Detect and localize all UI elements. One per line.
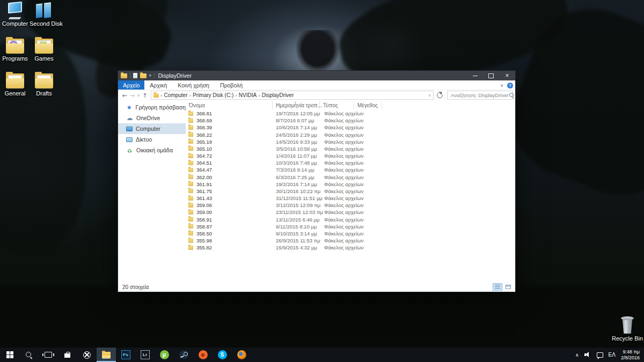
volume-icon[interactable]: [584, 352, 591, 358]
folder-icon: [33, 72, 55, 90]
taskbar-file-explorer[interactable]: [97, 348, 116, 362]
column-header-type[interactable]: Τύπος: [320, 101, 354, 109]
help-icon[interactable]: ?: [507, 83, 513, 88]
file-row[interactable]: 359.063/12/2015 12:09 πμΦάκελος αρχείων: [118, 202, 515, 209]
taskbar-orange-app[interactable]: [193, 348, 213, 362]
store-icon: [64, 352, 71, 358]
window-title: DisplayDriver: [158, 72, 192, 79]
desktop-icon-drafts[interactable]: Drafts: [30, 72, 58, 107]
desktop-icon-label: Games: [30, 55, 58, 62]
menu-tab-share[interactable]: Κοινή χρήση: [172, 80, 215, 90]
file-name: 358.50: [196, 231, 212, 237]
window-controls: ×: [467, 71, 515, 80]
taskbar-skype[interactable]: S: [213, 348, 232, 362]
file-row[interactable]: 368.698/7/2016 6:07 μμΦάκελος αρχείων: [118, 117, 515, 124]
address-box[interactable]: › Computer›Primary Disk (C:)›NVIDIA›Disp…: [151, 91, 434, 100]
desktop-icon-recycle-bin[interactable]: Recycle Bin: [612, 315, 643, 342]
address-dropdown-icon[interactable]: ∨: [428, 93, 431, 98]
desktop-icon-second-disk[interactable]: Second Disk: [30, 2, 58, 37]
file-date: 13/11/2015 6:46 μμ: [276, 217, 320, 223]
forward-button[interactable]: →: [128, 92, 136, 99]
thumbnails-view-button[interactable]: [503, 283, 513, 291]
file-row[interactable]: 358.876/11/2015 8:10 μμΦάκελος αρχείων: [118, 223, 515, 230]
column-header-date[interactable]: ∨Ημερομηνία τροπ...: [273, 101, 320, 109]
details-view-button[interactable]: [493, 283, 502, 291]
file-date: 8/7/2016 6:07 μμ: [276, 117, 314, 123]
menu-tab-home[interactable]: Αρχική: [144, 80, 172, 90]
file-row[interactable]: 361.4331/12/2015 11:51 μμΦάκελος αρχείων: [118, 195, 515, 202]
taskbar-start[interactable]: [0, 348, 19, 362]
close-button[interactable]: ×: [499, 71, 515, 80]
file-type: Φάκελος αρχείων: [324, 188, 364, 194]
menu-tab-view[interactable]: Προβολή: [215, 80, 248, 90]
maximize-button[interactable]: [483, 71, 499, 80]
folder-icon: [188, 196, 193, 201]
folder-icon: [188, 112, 193, 116]
file-row[interactable]: 359.0023/11/2015 12:03 πμΦάκελος αρχείων: [118, 209, 515, 216]
desktop-icon-general[interactable]: General: [1, 72, 30, 107]
file-type: Φάκελος αρχείων: [324, 224, 364, 230]
show-hidden-icons-chevron[interactable]: ∧: [575, 352, 579, 358]
file-row[interactable]: 364.5110/3/2016 7:48 μμΦάκελος αρχείων: [118, 159, 515, 166]
file-row[interactable]: 358.9113/11/2015 6:46 μμΦάκελος αρχείων: [118, 216, 515, 223]
folder-icon: [188, 217, 193, 221]
recent-locations-icon[interactable]: ∨: [136, 93, 141, 98]
file-row[interactable]: 368.8119/7/2016 12:05 μμΦάκελος αρχείων: [118, 110, 515, 117]
taskbar-photoshop[interactable]: Ps: [116, 348, 135, 362]
file-date: 14/5/2016 9:33 μμ: [276, 139, 317, 145]
file-row[interactable]: 364.477/3/2016 9:14 μμΦάκελος αρχείων: [118, 166, 515, 173]
taskbar-steam[interactable]: [174, 348, 193, 362]
file-row[interactable]: 355.9826/9/2015 11:53 πμΦάκελος αρχείων: [118, 237, 515, 244]
refresh-icon[interactable]: [437, 92, 443, 98]
breadcrumb-item[interactable]: Computer: [163, 92, 189, 98]
file-row[interactable]: 361.7530/1/2016 10:22 πμΦάκελος αρχείων: [118, 188, 515, 195]
breadcrumb-item[interactable]: DisplayDriver: [260, 92, 295, 98]
taskbar-firefox[interactable]: [232, 348, 251, 362]
up-button[interactable]: ↑: [141, 92, 149, 99]
back-button[interactable]: ←: [121, 92, 128, 99]
file-date: 24/5/2016 2:29 μμ: [276, 132, 317, 138]
titlebar[interactable]: ▾ DisplayDriver ×: [118, 71, 515, 80]
taskbar-lightroom[interactable]: Lr: [135, 348, 155, 362]
clock[interactable]: 9:48 πμ 2/8/2016: [621, 349, 640, 360]
customize-toolbar-icon[interactable]: ▾: [149, 73, 151, 78]
action-center-icon[interactable]: [597, 352, 603, 358]
taskbar-utorrent[interactable]: µ: [155, 348, 174, 362]
sort-descending-icon: ∨: [294, 98, 296, 106]
desktop-icon-programs[interactable]: Programs: [1, 37, 30, 72]
properties-icon[interactable]: [133, 73, 137, 78]
desktop-icon-games[interactable]: Games: [30, 37, 58, 72]
new-folder-icon[interactable]: [140, 73, 147, 78]
desktop-icon-computer[interactable]: Computer: [1, 2, 30, 37]
file-type: Φάκελος αρχείων: [324, 110, 364, 116]
desktop-icon-label: General: [1, 90, 30, 97]
file-row[interactable]: 365.103/5/2016 10:58 μμΦάκελος αρχείων: [118, 145, 515, 152]
file-row[interactable]: 368.3910/6/2016 7:14 μμΦάκελος αρχείων: [118, 124, 515, 131]
folder-icon: [188, 175, 193, 179]
status-bar: 20 στοιχεία: [118, 283, 515, 292]
breadcrumb-item[interactable]: NVIDIA: [237, 92, 258, 98]
file-date: 19/2/2016 7:14 μμ: [276, 181, 317, 187]
file-row[interactable]: 362.006/3/2016 7:25 μμΦάκελος αρχείων: [118, 174, 515, 181]
column-header-name[interactable]: Όνομα: [186, 101, 273, 109]
file-row[interactable]: 365.1914/5/2016 9:33 μμΦάκελος αρχείων: [118, 138, 515, 145]
folder-icon: [188, 239, 193, 243]
breadcrumb-item[interactable]: Primary Disk (C:): [191, 92, 235, 98]
language-indicator[interactable]: ΕΛ: [609, 352, 616, 358]
minimize-button[interactable]: [467, 71, 483, 80]
menu-tab-file[interactable]: Αρχείο: [118, 80, 144, 90]
file-row[interactable]: 358.509/10/2015 3:14 μμΦάκελος αρχείων: [118, 230, 515, 237]
search-input[interactable]: Αναζήτηση: DisplayDriver: [447, 91, 513, 100]
taskbar-task-view[interactable]: [39, 348, 58, 362]
taskbar-xbox[interactable]: [77, 348, 97, 362]
file-date: 10/3/2016 7:48 μμ: [276, 160, 317, 166]
file-row[interactable]: 361.9119/2/2016 7:14 μμΦάκελος αρχείων: [118, 181, 515, 188]
collapse-ribbon-icon[interactable]: ∨: [500, 83, 503, 88]
file-row[interactable]: 364.721/4/2016 11:07 μμΦάκελος αρχείων: [118, 152, 515, 159]
taskbar-search[interactable]: [19, 348, 39, 362]
file-row[interactable]: 368.2224/5/2016 2:29 μμΦάκελος αρχείων: [118, 131, 515, 138]
file-row[interactable]: 355.8215/9/2015 4:32 μμΦάκελος αρχείων: [118, 244, 515, 251]
desktop-icon-label: Second Disk: [30, 20, 58, 27]
taskbar-store[interactable]: [58, 348, 77, 362]
column-header-size[interactable]: Μέγεθος: [354, 101, 382, 109]
